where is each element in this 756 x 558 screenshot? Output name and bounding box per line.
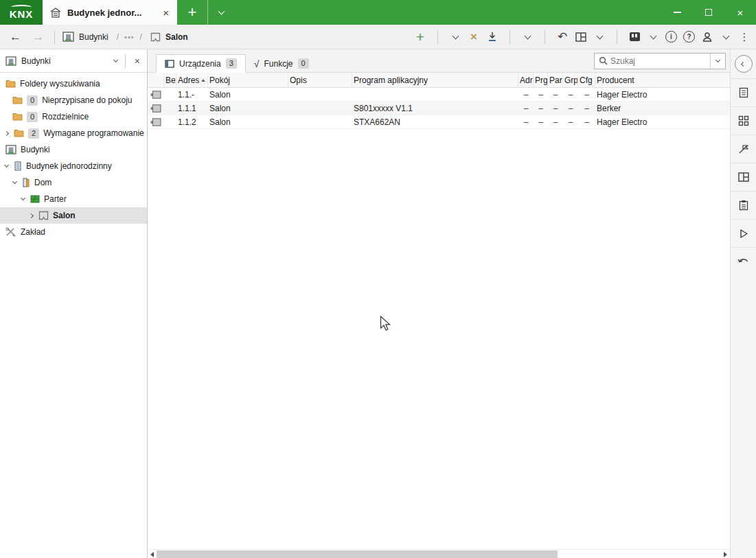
panel-header: Budynki × <box>0 49 147 73</box>
collapse-panel-button[interactable] <box>735 55 753 73</box>
tree-item-wymagane-programowanie[interactable]: 2 Wymagane programowanie <box>0 125 147 141</box>
back-button[interactable]: ← <box>4 30 27 44</box>
clipboard-icon <box>739 200 748 211</box>
tree-item-foldery-wyszukiwania[interactable]: Foldery wyszukiwania <box>0 75 147 92</box>
delete-button[interactable]: × <box>468 29 480 45</box>
catalog-button[interactable] <box>628 29 641 45</box>
horizontal-scrollbar[interactable] <box>148 549 730 558</box>
panel-close-icon[interactable]: × <box>133 56 141 67</box>
panels-layout-button[interactable] <box>731 163 756 191</box>
column-opis[interactable]: Opis <box>288 73 352 87</box>
find-replace-panel-button[interactable] <box>731 135 756 163</box>
search-input[interactable] <box>608 56 710 66</box>
add-button[interactable]: + <box>414 29 426 45</box>
functions-icon: √ <box>254 58 260 69</box>
tree-item-parter[interactable]: Parter <box>0 191 147 207</box>
project-tab[interactable]: Budynek jednor... × <box>43 0 177 25</box>
scrollbar-thumb[interactable] <box>157 550 558 558</box>
column-grp[interactable]: Grp <box>563 73 578 87</box>
undo-arrow-icon <box>737 257 749 266</box>
project-tab-title: Budynek jednor... <box>67 8 156 18</box>
new-tab-button[interactable]: + <box>177 0 207 25</box>
tree-item-label: Dom <box>34 178 51 187</box>
tree-item-salon[interactable]: Salon <box>0 207 147 224</box>
table-row[interactable]: 1.1.2 Salon STXA662AN – – – – – Hager El… <box>148 115 730 129</box>
table-row[interactable]: 1.1.1 Salon S801xxxxx V1.1 – – – – – Ber… <box>148 102 730 115</box>
help-button[interactable]: ? <box>683 31 695 43</box>
separator <box>617 30 617 44</box>
column-program[interactable]: Program aplikacyjny <box>352 73 518 87</box>
workspace-dropdown[interactable] <box>593 29 606 45</box>
search-box[interactable] <box>594 53 726 69</box>
properties-panel-button[interactable] <box>731 78 756 106</box>
count-badge: 0 <box>27 95 38 106</box>
tree-item-label: Foldery wyszukiwania <box>20 79 100 89</box>
tree-item-budynek-jednorodzinny[interactable]: Budynek jednorodzinny <box>0 158 147 174</box>
column-cfg[interactable]: Cfg <box>578 73 595 87</box>
pending-operations-button[interactable] <box>731 219 756 247</box>
info-button[interactable]: i <box>665 31 677 43</box>
minimize-button[interactable] <box>661 0 693 25</box>
column-producent[interactable]: Producent <box>595 73 730 87</box>
search-dropdown[interactable] <box>710 54 725 69</box>
column-par[interactable]: Par <box>548 73 563 87</box>
column-adres[interactable]: Adres <box>176 73 208 87</box>
tab-urzadzenia[interactable]: Urządzenia 3 <box>156 54 246 73</box>
account-dropdown[interactable] <box>720 29 732 45</box>
cell-room: Salon <box>208 104 288 113</box>
tree-item-rozdzielnice[interactable]: 0 Rozdzielnice <box>0 108 147 125</box>
tree-item-nieprzypisane[interactable]: 0 Nieprzypisane do pokoju <box>0 92 147 108</box>
download-dropdown[interactable] <box>521 29 534 45</box>
tab-funkcje[interactable]: √ Funkcje 0 <box>246 54 317 73</box>
tree-item-budynki-root[interactable]: Budynki <box>0 141 147 158</box>
knx-logo: KNX <box>0 0 43 25</box>
cell-program: STXA662AN <box>352 117 518 127</box>
close-button[interactable]: × <box>724 0 756 25</box>
tree-item-label: Budynki <box>21 145 50 154</box>
column-be[interactable]: Be <box>164 73 176 87</box>
project-tab-close-icon[interactable]: × <box>161 7 170 19</box>
forward-button[interactable]: → <box>27 30 49 44</box>
undo-history-button[interactable] <box>731 247 756 275</box>
workspace-panels-icon <box>575 32 586 42</box>
tree-item-zaklad[interactable]: Zakład <box>0 224 147 240</box>
column-pokoj[interactable]: Pokój <box>208 73 288 87</box>
maximize-button[interactable] <box>693 0 724 25</box>
catalog-dropdown[interactable] <box>647 29 659 45</box>
workspaces-panel-button[interactable] <box>731 106 756 135</box>
separator <box>125 54 126 68</box>
cell-adr: – <box>518 104 534 113</box>
scroll-left-button[interactable] <box>148 550 157 558</box>
column-adr[interactable]: Adr <box>518 73 534 87</box>
toolbar: ← → Budynki / ••• / Salon + × ↶ <box>0 25 756 49</box>
add-dropdown[interactable] <box>449 29 461 45</box>
minimize-icon <box>674 12 681 13</box>
tree-item-label: Wymagane programowanie <box>43 128 144 138</box>
breadcrumb-item-salon[interactable]: Salon <box>148 32 191 42</box>
folder-icon <box>5 80 16 88</box>
cell-adr: – <box>518 90 534 100</box>
scroll-right-button[interactable] <box>721 550 730 558</box>
panel-dropdown-icon[interactable] <box>113 57 118 62</box>
undo-button[interactable]: ↶ <box>556 29 569 45</box>
cell-room: Salon <box>208 117 288 127</box>
overflow-menu-button[interactable]: ⋮ <box>738 29 751 45</box>
grid-icon <box>738 115 749 126</box>
download-button[interactable] <box>486 29 499 45</box>
breadcrumb-ellipsis[interactable]: ••• <box>124 33 135 41</box>
cell-cfg: – <box>578 90 595 100</box>
tree-item-dom[interactable]: Dom <box>0 174 147 191</box>
buildings-panel-icon <box>5 56 16 66</box>
catalog-icon <box>629 32 641 42</box>
folder-icon <box>12 113 23 121</box>
room-icon <box>150 32 161 42</box>
triangle-right-icon <box>724 552 727 557</box>
workspace-button[interactable] <box>575 29 587 45</box>
cell-manufacturer: Hager Electro <box>595 117 730 127</box>
todo-panel-button[interactable] <box>731 191 756 219</box>
table-row[interactable]: 1.1.- Salon – – – – – Hager Electro <box>148 88 730 102</box>
breadcrumb-item-budynki[interactable]: Budynki <box>60 32 111 42</box>
tab-list-dropdown[interactable] <box>207 0 235 25</box>
column-prg[interactable]: Prg <box>534 73 548 87</box>
account-button[interactable] <box>701 29 713 45</box>
